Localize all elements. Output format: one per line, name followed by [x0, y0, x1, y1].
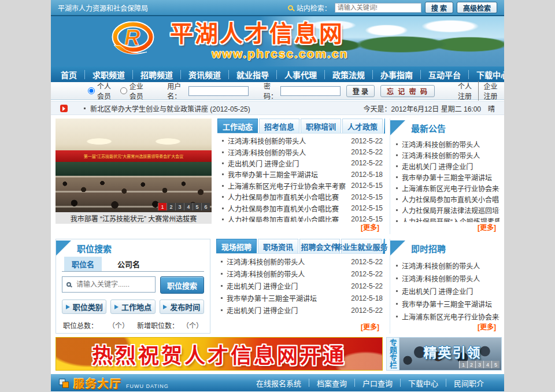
job-link[interactable]: 汪鸿涛:科技创新的带头人 — [402, 273, 500, 283]
job-link[interactable]: 上海浦东新区光电子行业协会来平考 — [402, 312, 500, 321]
filter-button[interactable]: 职位类别 — [62, 299, 106, 314]
job-item[interactable]: 汪鸿涛:科技创新的带头人 — [396, 259, 500, 272]
tab-career-info[interactable]: 职场资讯 — [258, 239, 298, 253]
service-link[interactable]: 在线报名系统 — [249, 378, 309, 389]
news-link[interactable]: 汪鸿涛:科技创新的带头人 — [228, 136, 347, 146]
news-link[interactable]: 上海浦东新区光电子行业协会来平考察 — [228, 181, 347, 191]
password-field[interactable] — [280, 86, 341, 96]
news-link[interactable]: 汪鸿涛:科技创新的带头人 — [227, 257, 347, 267]
slideshow-page-button[interactable]: 4 — [184, 203, 193, 210]
job-item[interactable]: 走出机关门 进得企业门 — [396, 284, 500, 297]
nav-link[interactable]: 资讯频道 — [181, 69, 228, 80]
job-link[interactable]: 汪鸿涛:科技创新的带头人 — [402, 261, 500, 271]
news-link[interactable]: 我市举办第十三期金平湖讲坛 — [227, 293, 347, 303]
news-link[interactable]: 汪鸿涛:科技创新的带头人 — [227, 269, 347, 279]
news-item[interactable]: 汪鸿涛:科技创新的带头人 2012-5-22 — [222, 135, 383, 146]
announcement-item[interactable]: 汪鸿涛:科技创新的带头人 — [396, 150, 500, 161]
job-link[interactable]: 我市举办第十三期金平湖讲坛 — [402, 299, 500, 309]
nav-link[interactable]: 人事代理 — [277, 69, 324, 80]
announcement-link[interactable]: 人力社保局开展法律法规巡回培训 — [402, 205, 500, 215]
tab-jobfair-docs[interactable]: 招聘会文件 — [299, 239, 340, 253]
special-page-button[interactable]: 4 — [483, 361, 491, 368]
personal-member-radio[interactable]: 个人会员 — [88, 81, 113, 101]
special-page-button[interactable]: 5 — [491, 361, 500, 368]
nav-link[interactable]: 就业指导 — [229, 69, 276, 80]
tab-exam-info[interactable]: 招考信息 — [259, 119, 299, 133]
announcement-link[interactable]: 上海浦东新区光电子行业协会来平考 — [402, 183, 500, 193]
news-item[interactable]: 人力社保局参加市直机关小合唱比赛 2012-5-15 — [222, 214, 383, 222]
tab-company-name[interactable]: 公司名 — [110, 257, 147, 271]
tab-position-name[interactable]: 职位名 — [64, 257, 102, 271]
nav-item[interactable]: 招聘频道 — [132, 70, 180, 79]
ticker-headline-link[interactable]: 新北区举办大学生创业与就业政策讲座 (2012-05-25) — [90, 103, 250, 113]
company-member-radio-input[interactable] — [120, 87, 127, 94]
job-search-button[interactable]: 职位搜索 — [160, 276, 204, 294]
personal-member-radio-input[interactable] — [88, 87, 95, 94]
more-link[interactable]: [更多] — [361, 323, 379, 331]
news-link[interactable]: 人力社保局参加市直机关小合唱比赛 — [228, 192, 347, 202]
nav-link[interactable]: 首页 — [53, 69, 84, 80]
announcement-item[interactable]: 汪鸿涛:科技创新的带头人 — [396, 139, 500, 150]
news-item[interactable]: 我市举办第十三期金平湖讲坛 2012-5-18 — [222, 169, 383, 180]
news-item[interactable]: 走出机关门 进得企业门 2012-5-22 — [221, 280, 383, 292]
slideshow-page-button[interactable]: 2 — [166, 203, 175, 210]
tab-title-training[interactable]: 职称培训 — [301, 119, 341, 133]
job-item[interactable]: 上海浦东新区光电子行业协会来平考 — [396, 310, 500, 321]
special-photo-banner[interactable]: 精英引领 12345 — [399, 338, 501, 370]
news-item[interactable]: 上海浦东新区光电子行业协会来平考察 2012-5-15 — [222, 180, 383, 191]
nav-item[interactable]: 首页 — [53, 70, 84, 79]
announcement-item[interactable]: 走出机关门 进得企业门 — [396, 161, 500, 172]
news-link[interactable]: 走出机关门 进得企业门 — [228, 158, 347, 168]
tab-graduate-service[interactable]: 毕业生就业服务 — [341, 239, 382, 253]
news-item[interactable]: 走出机关门 进得企业门 2012-5-22 — [221, 304, 383, 316]
nav-link[interactable]: 互动平台 — [421, 69, 468, 80]
job-item[interactable]: 我市举办第十三期金平湖讲坛 — [396, 297, 500, 310]
announcement-link[interactable]: 人力社保局参加市直机关小合唱比赛 — [402, 194, 500, 204]
more-link[interactable]: [更多] — [361, 224, 379, 232]
service-link[interactable]: 下载中心 — [401, 378, 446, 389]
news-item[interactable]: 汪鸿涛:科技创新的带头人 2012-5-22 — [222, 146, 383, 157]
news-item[interactable]: 汪鸿涛:科技创新的带头人 2012-5-22 — [221, 268, 383, 280]
nav-item[interactable]: 就业指导 — [228, 70, 276, 79]
nav-item[interactable]: 互动平台 — [420, 70, 468, 79]
nav-item[interactable]: 人事代理 — [276, 70, 324, 79]
forgot-password-button[interactable]: 忘 记 密 码 — [380, 85, 435, 97]
username-field[interactable] — [188, 86, 249, 96]
nav-item[interactable]: 下载中心 — [468, 70, 504, 79]
special-page-button[interactable]: 1 — [459, 361, 467, 368]
advanced-search-button[interactable]: 高级检索 — [457, 2, 497, 13]
site-search-input[interactable] — [335, 3, 421, 13]
news-link[interactable]: 走出机关门 进得企业门 — [227, 305, 347, 315]
slideshow-page-button[interactable]: 1 — [158, 203, 166, 210]
slideshow-page-button[interactable]: 6 — [201, 203, 210, 210]
more-link[interactable]: [更多] — [478, 323, 496, 331]
announcement-link[interactable]: 我市举办第十三期金平湖讲坛 — [402, 172, 500, 182]
company-member-radio[interactable]: 企业会员 — [120, 81, 146, 101]
filter-button[interactable]: 工作地点 — [110, 299, 155, 314]
announcement-item[interactable]: 人力社保局开展法律法规巡回培训 — [396, 205, 500, 216]
nav-link[interactable]: 求职频道 — [85, 69, 132, 80]
slideshow-caption[interactable]: 我市部署 “江苏技能状元” 大赛常州选拔赛 — [56, 212, 212, 224]
announcement-item[interactable]: 我市举办第十三期金平湖讲坛 — [396, 172, 500, 183]
service-link[interactable]: 户口查询 — [355, 378, 400, 389]
announcement-link[interactable]: 汪鸿涛:科技创新的带头人 — [402, 150, 500, 160]
news-link[interactable]: 人力社保局参加市直机关小合唱比赛 — [228, 204, 347, 213]
company-register-link[interactable]: 企业注册 — [478, 81, 504, 101]
news-item[interactable]: 走出机关门 进得企业门 2012-5-22 — [222, 158, 383, 169]
news-link[interactable]: 汪鸿涛:科技创新的带头人 — [228, 147, 347, 157]
job-link[interactable]: 走出机关门 进得企业门 — [402, 286, 500, 296]
news-link[interactable]: 人力社保局参加市直机关小合唱比赛 — [228, 215, 347, 222]
slideshow-photo[interactable]: 第一届“江苏技能状元”大赛常州选拔赛领导委会扩大会议 123456 — [56, 119, 212, 212]
job-item[interactable]: 汪鸿涛:科技创新的带头人 — [396, 272, 500, 284]
announcement-link[interactable]: 人力社保局开展“入企锻炼提素质” — [402, 216, 500, 222]
news-item[interactable]: 人力社保局参加市直机关小合唱比赛 2012-5-15 — [222, 202, 383, 213]
more-link[interactable]: [更多] — [478, 224, 496, 232]
news-item[interactable]: 汪鸿涛:科技创新的带头人 2012-5-22 — [221, 256, 383, 268]
special-page-button[interactable]: 2 — [467, 361, 475, 368]
news-item[interactable]: 我市举办第十三期金平湖讲坛 2012-5-18 — [221, 292, 383, 304]
special-page-button[interactable]: 3 — [475, 361, 483, 368]
announcement-item[interactable]: 上海浦东新区光电子行业协会来平考 — [396, 183, 500, 194]
site-search-button[interactable]: 搜 索 — [425, 2, 453, 13]
announcement-link[interactable]: 走出机关门 进得企业门 — [402, 161, 500, 171]
nav-item[interactable]: 求职频道 — [84, 70, 132, 79]
